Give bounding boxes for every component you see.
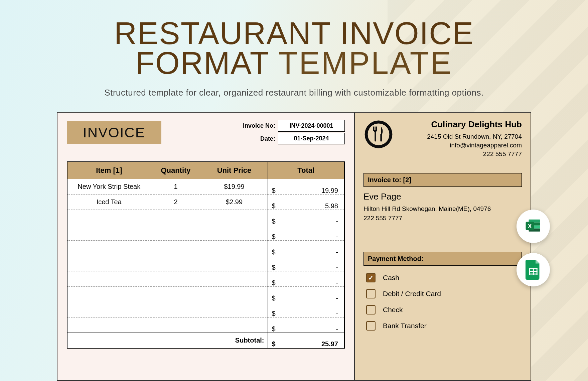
checkbox-icon xyxy=(366,321,376,331)
subtotal-value: $ 25.97 xyxy=(268,333,344,348)
cell-total: $- xyxy=(268,287,344,302)
cell-unit xyxy=(201,318,268,333)
table-row: $- xyxy=(67,318,344,333)
svg-rect-19 xyxy=(537,268,538,275)
col-qty: Quantity xyxy=(151,162,201,179)
payment-option-label: Debit / Credit Card xyxy=(383,290,441,298)
payment-option-label: Check xyxy=(383,306,403,314)
hero: RESTAURANT INVOICE FORMAT TEMPLATE Struc… xyxy=(0,0,588,98)
svg-rect-3 xyxy=(375,127,376,131)
cell-total: $- xyxy=(268,210,344,225)
title-bold: FORMAT xyxy=(135,45,269,81)
table-row: $- xyxy=(67,271,344,287)
cell-unit xyxy=(201,302,268,318)
excel-badge[interactable]: X xyxy=(517,210,550,243)
customer-name: Eve Page xyxy=(363,192,522,202)
cell-unit xyxy=(201,256,268,271)
svg-rect-4 xyxy=(376,127,377,131)
table-row: $- xyxy=(67,225,344,241)
customer-phone: 222 555 7777 xyxy=(363,215,522,222)
cell-item xyxy=(67,256,151,271)
cell-total: $- xyxy=(268,225,344,241)
cell-unit xyxy=(201,225,268,241)
cell-total: $- xyxy=(268,302,344,318)
payment-option[interactable]: Debit / Credit Card xyxy=(363,286,522,302)
cell-item xyxy=(67,318,151,333)
cell-qty: 1 xyxy=(151,179,201,195)
page-subtitle: Structured template for clear, organized… xyxy=(0,88,588,98)
cell-item: New York Strip Steak xyxy=(67,179,151,195)
business-phone: 222 555 7777 xyxy=(400,150,522,158)
page-title-line1: RESTAURANT INVOICE xyxy=(0,18,588,48)
table-row: $- xyxy=(67,256,344,271)
payment-option[interactable]: ✓Cash xyxy=(363,270,522,286)
cell-unit: $2.99 xyxy=(201,195,268,210)
business-block: Culinary Delights Hub 2415 Old St Rundow… xyxy=(363,119,522,159)
cell-unit: $19.99 xyxy=(201,179,268,195)
table-row: $- xyxy=(67,287,344,302)
svg-rect-7 xyxy=(380,134,382,141)
title-thin: TEMPLATE xyxy=(279,45,453,81)
cell-qty xyxy=(151,302,201,318)
cell-item xyxy=(67,271,151,287)
items-table: Item [1] Quantity Unit Price Total New Y… xyxy=(67,161,345,349)
svg-rect-17 xyxy=(529,268,530,275)
cell-total: $- xyxy=(268,318,344,333)
invoice-badge: INVOICE xyxy=(67,121,161,144)
restaurant-logo-icon xyxy=(363,119,394,149)
cell-unit xyxy=(201,271,268,287)
customer-address: Hilton Hill Rd Skowhegan, Maine(ME), 049… xyxy=(363,205,522,213)
cell-item xyxy=(67,225,151,241)
page-title-line2: FORMAT TEMPLATE xyxy=(0,48,588,78)
cell-item xyxy=(67,210,151,225)
cell-qty xyxy=(151,318,201,333)
col-item: Item [1] xyxy=(67,162,151,179)
cell-qty xyxy=(151,210,201,225)
cell-total: $- xyxy=(268,256,344,271)
cell-item: Iced Tea xyxy=(67,195,151,210)
invoice-to-heading: Invoice to: [2] xyxy=(363,173,522,187)
checkbox-icon xyxy=(366,289,376,298)
google-sheets-icon xyxy=(525,260,541,280)
invoice-date-value: 01-Sep-2024 xyxy=(278,133,345,144)
invoice-card: INVOICE Invoice No: INV-2024-00001 Date:… xyxy=(57,112,531,381)
cell-qty xyxy=(151,241,201,256)
payment-list: ✓CashDebit / Credit CardCheckBank Transf… xyxy=(363,270,522,334)
svg-text:X: X xyxy=(528,223,532,230)
customer-block: Eve Page Hilton Hill Rd Skowhegan, Maine… xyxy=(363,192,522,222)
cell-total: $- xyxy=(268,271,344,287)
invoice-no-label: Invoice No: xyxy=(243,122,275,129)
cell-qty xyxy=(151,225,201,241)
invoice-no-value: INV-2024-00001 xyxy=(278,120,345,132)
business-email: info@vintageapparel.com xyxy=(400,142,522,149)
business-address: 2415 Old St Rundown, NY, 27704 xyxy=(400,133,522,140)
col-total: Total xyxy=(268,162,344,179)
checkbox-icon xyxy=(366,305,376,314)
col-unit: Unit Price xyxy=(201,162,268,179)
checkbox-icon: ✓ xyxy=(366,273,376,282)
subtotal-label: Subtotal: xyxy=(67,333,268,348)
invoice-right-pane: Culinary Delights Hub 2415 Old St Rundow… xyxy=(355,113,531,380)
svg-point-1 xyxy=(368,124,390,145)
table-row: Iced Tea2$2.99$5.98 xyxy=(67,195,344,210)
cell-item xyxy=(67,241,151,256)
cell-item xyxy=(67,287,151,302)
invoice-meta: Invoice No: INV-2024-00001 Date: 01-Sep-… xyxy=(243,120,345,146)
table-row: $- xyxy=(67,302,344,318)
cell-qty xyxy=(151,271,201,287)
payment-option[interactable]: Check xyxy=(363,302,522,318)
cell-unit xyxy=(201,241,268,256)
table-row: New York Strip Steak1$19.99$19.99 xyxy=(67,179,344,195)
sheets-badge[interactable] xyxy=(517,253,550,286)
svg-rect-2 xyxy=(373,127,374,131)
cell-total: $5.98 xyxy=(268,195,344,210)
payment-option-label: Cash xyxy=(383,274,399,282)
excel-icon: X xyxy=(524,217,542,235)
cell-item xyxy=(67,302,151,318)
invoice-left-pane: INVOICE Invoice No: INV-2024-00001 Date:… xyxy=(57,113,355,380)
payment-option[interactable]: Bank Transfer xyxy=(363,318,522,334)
cell-unit xyxy=(201,210,268,225)
invoice-date-label: Date: xyxy=(260,135,275,142)
subtotal-row: Subtotal: $ 25.97 xyxy=(67,333,344,348)
cell-total: $- xyxy=(268,241,344,256)
